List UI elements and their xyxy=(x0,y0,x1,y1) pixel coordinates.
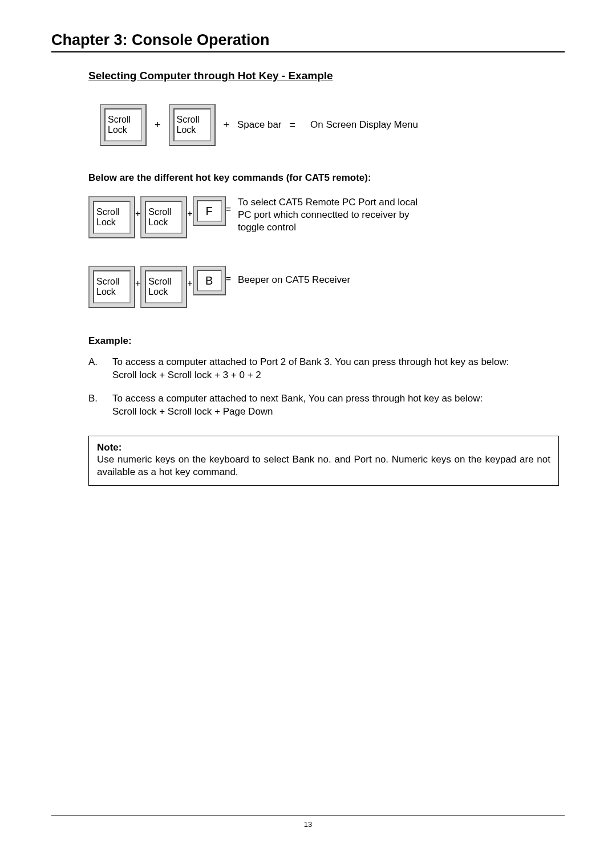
result-text: To select CAT5 Remote PC Port and local … xyxy=(238,196,420,234)
chapter-title: Chapter 3: Console Operation xyxy=(51,31,565,49)
note-label: Note: xyxy=(97,442,550,453)
example-item-a: A. To access a computer attached to Port… xyxy=(88,356,559,382)
document-page: Chapter 3: Console Operation Selecting C… xyxy=(0,0,616,856)
example-list: A. To access a computer attached to Port… xyxy=(88,356,559,419)
key-scroll-lock: Scroll Lock xyxy=(88,266,135,308)
section-title: Selecting Computer through Hot Key - Exa… xyxy=(88,70,559,82)
example-body: To access a computer attached to Port 2 … xyxy=(112,356,559,382)
example-heading: Example: xyxy=(88,335,559,347)
plus-symbol: + xyxy=(135,196,140,219)
example-line: Scroll lock + Scroll lock + 3 + 0 + 2 xyxy=(112,370,261,380)
hotkey-sequence-osd: Scroll Lock + Scroll Lock + Space bar = … xyxy=(100,104,559,146)
key-scroll-lock: Scroll Lock xyxy=(88,196,135,238)
equals-symbol: = xyxy=(226,266,231,284)
key-scroll-lock: Scroll Lock xyxy=(169,104,216,146)
example-line: Scroll lock + Scroll lock + Page Down xyxy=(112,406,273,417)
result-text: Beeper on CAT5 Receiver xyxy=(238,266,350,286)
note-box: Note: Use numeric keys on the keyboard t… xyxy=(88,436,559,486)
note-body: Use numeric keys on the keyboard to sele… xyxy=(97,453,550,478)
footer-rule xyxy=(51,816,565,816)
title-rule xyxy=(51,51,565,52)
example-line: To access a computer attached to Port 2 … xyxy=(112,356,509,367)
plus-symbol: + xyxy=(216,119,238,131)
equals-symbol: = xyxy=(282,119,304,131)
example-body: To access a computer attached to next Ba… xyxy=(112,392,559,419)
plus-symbol: + xyxy=(187,196,192,219)
plus-symbol: + xyxy=(187,266,192,289)
key-b: B xyxy=(193,266,226,295)
key-space-bar-text: Space bar xyxy=(237,119,282,131)
key-scroll-lock: Scroll Lock xyxy=(100,104,147,146)
key-f: F xyxy=(193,196,226,226)
equals-symbol: = xyxy=(226,196,231,214)
key-scroll-lock: Scroll Lock xyxy=(140,266,187,308)
example-letter: B. xyxy=(88,392,112,419)
example-item-b: B. To access a computer attached to next… xyxy=(88,392,559,419)
page-number: 13 xyxy=(0,820,616,829)
example-line: To access a computer attached to next Ba… xyxy=(112,393,483,404)
plus-symbol: + xyxy=(135,266,140,289)
content-area: Selecting Computer through Hot Key - Exa… xyxy=(88,70,559,486)
example-letter: A. xyxy=(88,356,112,382)
result-text: On Screen Display Menu xyxy=(310,119,418,131)
subheading-cat5: Below are the different hot key commands… xyxy=(88,172,559,184)
plus-symbol: + xyxy=(147,119,169,131)
hotkey-sequence-b: Scroll Lock + Scroll Lock + B = Beeper o… xyxy=(88,266,559,308)
key-scroll-lock: Scroll Lock xyxy=(140,196,187,238)
hotkey-sequence-f: Scroll Lock + Scroll Lock + F = To selec… xyxy=(88,196,559,238)
